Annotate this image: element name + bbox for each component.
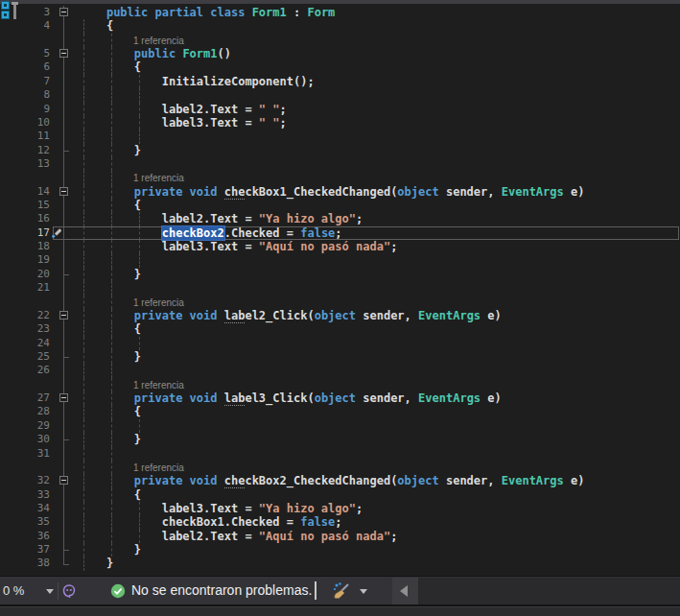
outline-scope-end	[63, 274, 69, 275]
dropdown-caret-icon[interactable]	[360, 589, 367, 594]
code-text[interactable]: private void checkBox1_CheckedChanged(ob…	[79, 185, 584, 199]
line-number: 19	[25, 253, 50, 267]
fold-toggle[interactable]	[59, 8, 68, 16]
method-name: ckBox1_CheckedChanged	[245, 185, 390, 199]
outline-bar	[63, 130, 64, 143]
code-text[interactable]: label2.Text = "Aquí no pasó nada";	[79, 530, 397, 543]
outline-bar	[63, 253, 64, 267]
horizontal-scrollbar[interactable]	[418, 578, 680, 605]
code-line: 20 }	[0, 268, 680, 281]
outline-bar	[63, 557, 64, 563]
fold-toggle[interactable]	[59, 476, 68, 485]
outline-bar	[63, 116, 64, 130]
code-segment: Form1	[252, 6, 287, 19]
line-number: 26	[25, 364, 50, 377]
code-line: 10 label3.Text = " ";	[0, 116, 680, 130]
code-segment: ,	[487, 474, 501, 487]
outline-scope-end	[63, 439, 69, 440]
code-line: 5 public Form1()	[0, 47, 680, 60]
code-line: 13	[0, 157, 680, 171]
indent-guide	[111, 281, 112, 295]
code-segment: sender	[446, 185, 487, 199]
code-segment: e	[487, 391, 494, 405]
code-segment: label3.Text =	[79, 116, 259, 130]
fold-toggle[interactable]	[59, 187, 68, 196]
code-text[interactable]: {	[79, 60, 141, 74]
line-number: 31	[25, 447, 50, 461]
code-line: 3 public partial class Form1 : Form	[0, 6, 680, 19]
codelens-references[interactable]: 1 referencia	[79, 462, 184, 474]
code-text[interactable]: {	[79, 19, 113, 33]
code-text[interactable]: label3.Text = "Aquí no pasó nada";	[79, 240, 397, 253]
code-segment: EventArgs	[502, 474, 571, 487]
code-segment: EventArgs	[418, 391, 487, 405]
code-segment: {	[79, 322, 141, 336]
code-segment: ,	[487, 185, 501, 199]
code-text[interactable]: label3.Text = " ";	[79, 116, 287, 130]
codelens-row: 1 referencia	[0, 171, 680, 184]
code-segment: InitializeComponent();	[79, 75, 315, 88]
separator	[315, 581, 317, 600]
code-segment: ()	[218, 47, 231, 60]
code-text[interactable]: {	[79, 199, 141, 212]
code-line: 24	[0, 337, 680, 350]
outline-bar	[63, 296, 64, 309]
codelens-references[interactable]: 1 referencia	[79, 172, 184, 184]
codelens-references[interactable]: 1 referencia	[79, 379, 184, 391]
code-segment: {	[79, 19, 113, 33]
code-segment	[79, 309, 134, 322]
code-text[interactable]: checkBox2.Checked = false;	[79, 226, 342, 240]
line-number: 27	[25, 391, 50, 405]
code-text[interactable]: }	[79, 144, 141, 157]
code-text[interactable]: label3.Text = "Ya hizo algo";	[79, 502, 363, 515]
code-cleanup-icon[interactable]	[332, 581, 351, 601]
codelens-references[interactable]: 1 referencia	[79, 35, 184, 47]
outline-bar	[63, 212, 64, 225]
code-text[interactable]: }	[79, 268, 141, 281]
dropdown-caret-icon[interactable]	[46, 589, 54, 594]
code-segment: false	[300, 515, 335, 529]
code-text[interactable]: private void checkBox2_CheckedChanged(ob…	[79, 474, 584, 487]
code-segment: object	[397, 474, 446, 487]
code-text[interactable]: {	[79, 322, 141, 336]
code-text[interactable]: public Form1()	[79, 47, 231, 60]
code-text[interactable]: label2.Text = " ";	[79, 103, 287, 116]
code-text[interactable]: private void label2_Click(object sender,…	[79, 309, 502, 322]
code-segment: label3.Text =	[79, 502, 259, 515]
code-segment: private void	[134, 474, 224, 487]
outline-bar	[63, 515, 64, 529]
codelens-row: 1 referencia	[0, 378, 680, 391]
code-text[interactable]: {	[79, 405, 141, 418]
code-text[interactable]: }	[79, 433, 141, 446]
zoom-level-select[interactable]: 0 %	[3, 583, 24, 598]
code-text[interactable]: }	[79, 350, 141, 364]
code-line: 12 }	[0, 144, 680, 157]
fold-toggle[interactable]	[59, 49, 68, 58]
indent-guide	[111, 157, 112, 171]
check-icon[interactable]	[110, 583, 126, 599]
code-text[interactable]: private void label3_Click(object sender,…	[79, 391, 502, 405]
code-text[interactable]: {	[79, 488, 141, 502]
scroll-left-arrow-icon[interactable]	[392, 578, 418, 605]
code-text[interactable]: checkBox1.Checked = false;	[79, 515, 342, 529]
code-editor[interactable]: 3 public partial class Form1 : Form4 {1 …	[0, 4, 680, 576]
outline-bar	[63, 364, 64, 377]
code-text[interactable]: }	[79, 557, 113, 570]
code-text[interactable]: }	[79, 543, 141, 557]
code-segment: Form	[307, 6, 335, 19]
code-text[interactable]: public partial class Form1 : Form	[79, 6, 335, 19]
code-segment: .Checked =	[224, 226, 300, 240]
code-segment: "Aquí no pasó nada"	[259, 240, 390, 253]
code-line: 22 private void label2_Click(object send…	[0, 309, 680, 322]
code-segment	[79, 185, 134, 199]
intellicode-icon[interactable]	[61, 583, 77, 599]
fold-toggle[interactable]	[59, 311, 68, 320]
code-text[interactable]: label2.Text = "Ya hizo algo";	[79, 212, 363, 225]
health-status-message[interactable]: No se encontraron problemas.	[131, 582, 312, 598]
code-line: 26	[0, 364, 680, 377]
fold-toggle[interactable]	[59, 393, 68, 402]
code-segment: EventArgs	[502, 185, 571, 199]
line-number: 14	[25, 185, 50, 199]
codelens-references[interactable]: 1 referencia	[79, 296, 184, 309]
code-text[interactable]: InitializeComponent();	[79, 75, 315, 88]
